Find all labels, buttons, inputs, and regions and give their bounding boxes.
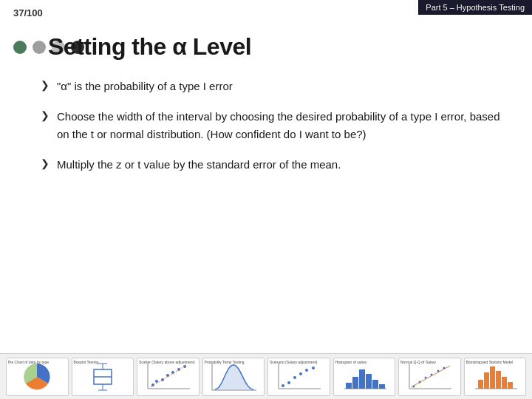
thumb-label-5: Scenario (Salary adjustment): [270, 360, 317, 364]
bullet-icon-3: ❯: [41, 157, 57, 169]
bullet-item-1: ❯ "α" is the probability of a type I err…: [41, 78, 510, 95]
page-title: Setting the α Level: [48, 33, 251, 61]
svg-point-24: [299, 372, 302, 375]
svg-rect-46: [490, 366, 495, 389]
thumbnails-bar: Pie Chart of data by type Boxplot Testin…: [0, 353, 532, 399]
svg-point-39: [425, 376, 427, 378]
bullet-icon-1: ❯: [41, 79, 57, 91]
bullet-text-2: Choose the width of the interval by choo…: [57, 108, 510, 143]
svg-rect-31: [366, 374, 372, 389]
dot-1: [13, 41, 27, 54]
thumb-label-4: Probability Temp Testing: [205, 360, 245, 364]
bullet-item-3: ❯ Multiply the z or t value by the stand…: [41, 156, 510, 173]
header-bar: Part 5 – Hypothesis Testing: [418, 0, 532, 15]
svg-point-25: [305, 369, 308, 372]
svg-rect-28: [346, 383, 352, 389]
thumb-label-1: Pie Chart of data by type: [8, 360, 49, 364]
thumb-label-2: Boxplot Testing: [74, 360, 99, 364]
svg-point-42: [443, 366, 446, 369]
svg-point-10: [155, 380, 158, 383]
thumbnail-7[interactable]: Normal Q-Q of Salary: [398, 358, 461, 396]
svg-point-38: [419, 381, 421, 383]
svg-point-22: [287, 381, 290, 384]
qq-plot-icon: [403, 359, 455, 395]
svg-line-16: [151, 365, 186, 387]
svg-rect-30: [359, 369, 365, 389]
svg-rect-45: [484, 372, 489, 389]
svg-rect-48: [502, 377, 507, 389]
svg-point-21: [282, 384, 284, 387]
svg-rect-33: [379, 384, 385, 389]
pie-chart-icon: [22, 362, 52, 392]
svg-point-26: [312, 366, 315, 369]
svg-rect-44: [478, 380, 483, 389]
thumbnail-4[interactable]: Probability Temp Testing: [202, 358, 265, 396]
svg-point-40: [431, 373, 433, 375]
thumbnail-8[interactable]: Bootstrapped Statistic Model: [464, 358, 527, 396]
thumb-label-8: Bootstrapped Statistic Model: [466, 360, 514, 364]
thumbnail-1[interactable]: Pie Chart of data by type: [6, 358, 69, 396]
svg-rect-32: [372, 380, 378, 389]
header-title: Part 5 – Hypothesis Testing: [426, 3, 525, 12]
histogram-icon: [338, 359, 390, 395]
svg-rect-47: [496, 371, 501, 389]
thumb-label-3: Scatter (Salary above adjustment): [139, 360, 195, 364]
thumbnail-2[interactable]: Boxplot Testing: [72, 358, 134, 396]
bullet-icon-2: ❯: [41, 109, 57, 121]
dot-2: [33, 41, 46, 54]
scatter-icon-2: [273, 359, 324, 395]
thumb-label-7: Normal Q-Q of Salary: [400, 360, 436, 364]
slide-number: 37/100: [13, 7, 43, 18]
thumbnail-5[interactable]: Scenario (Salary adjustment): [267, 358, 330, 396]
svg-rect-49: [508, 382, 513, 389]
probability-curve-icon: [208, 359, 259, 395]
bootstrap-icon: [469, 359, 521, 395]
bullet-text-3: Multiply the z or t value by the standar…: [57, 156, 341, 173]
bullet-text-1: "α" is the probability of a type I error: [57, 78, 233, 95]
thumb-label-6: Histogram of salary: [335, 360, 367, 364]
svg-point-12: [166, 374, 169, 377]
scatter-icon-1: [142, 359, 194, 395]
content-area: ❯ "α" is the probability of a type I err…: [41, 78, 510, 186]
thumbnail-3[interactable]: Scatter (Salary above adjustment): [137, 358, 200, 396]
svg-point-37: [413, 385, 415, 387]
thumbnail-6[interactable]: Histogram of salary: [333, 358, 396, 396]
boxplot-icon: [81, 361, 125, 393]
svg-point-41: [437, 369, 440, 372]
svg-point-23: [293, 376, 296, 379]
bullet-item-2: ❯ Choose the width of the interval by ch…: [41, 108, 510, 143]
svg-rect-29: [352, 377, 358, 389]
